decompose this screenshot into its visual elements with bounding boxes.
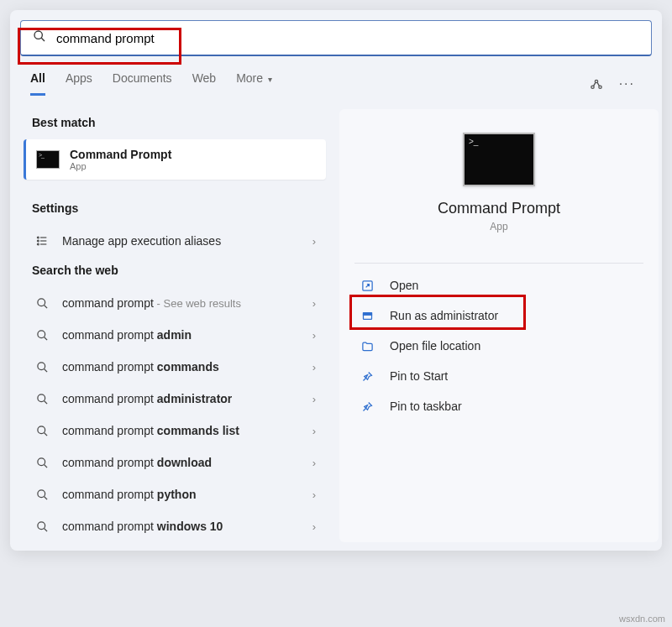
web-result-item[interactable]: command prompt python› bbox=[24, 478, 326, 510]
tab-apps[interactable]: Apps bbox=[66, 71, 92, 96]
svg-point-17 bbox=[37, 394, 45, 401]
action-pin-taskbar[interactable]: Pin to taskbar bbox=[354, 391, 643, 421]
action-open-location-label: Open file location bbox=[390, 339, 480, 353]
settings-item[interactable]: Manage app execution aliases › bbox=[24, 225, 326, 257]
action-pin-start-label: Pin to Start bbox=[390, 369, 448, 383]
web-result-label: command prompt administrator bbox=[62, 392, 312, 405]
watermark: wsxdn.com bbox=[619, 614, 665, 624]
action-pin-taskbar-label: Pin to taskbar bbox=[390, 400, 462, 413]
svg-point-7 bbox=[37, 240, 39, 242]
tab-more[interactable]: More ▾ bbox=[236, 71, 272, 96]
settings-item-label: Manage app execution aliases bbox=[62, 234, 312, 248]
svg-line-24 bbox=[44, 496, 46, 499]
search-window: All Apps Documents Web More ▾ ··· Best m… bbox=[10, 10, 662, 551]
pin-icon bbox=[361, 400, 376, 413]
content-area: Best match Command Prompt App Settings M… bbox=[10, 96, 662, 551]
best-match-result[interactable]: Command Prompt App bbox=[24, 139, 326, 180]
search-icon bbox=[34, 520, 50, 533]
svg-line-1 bbox=[41, 38, 45, 41]
svg-line-18 bbox=[44, 400, 46, 403]
search-bar[interactable] bbox=[20, 20, 652, 56]
shield-admin-icon bbox=[361, 310, 376, 322]
web-result-label: command prompt commands list bbox=[62, 424, 312, 437]
svg-point-23 bbox=[37, 489, 45, 497]
preview-panel: Command Prompt App Open Run as administr… bbox=[339, 109, 659, 542]
svg-line-16 bbox=[44, 368, 46, 371]
web-result-item[interactable]: command prompt admin› bbox=[24, 319, 326, 351]
search-icon bbox=[34, 361, 50, 374]
search-input[interactable] bbox=[56, 31, 639, 45]
search-bar-container bbox=[10, 20, 662, 56]
web-result-item[interactable]: command prompt commands list› bbox=[24, 415, 326, 447]
svg-line-20 bbox=[44, 432, 46, 435]
folder-icon bbox=[361, 340, 376, 353]
list-settings-icon bbox=[34, 234, 50, 248]
web-results-list: command prompt - See web results›command… bbox=[24, 287, 326, 542]
web-result-item[interactable]: command prompt download› bbox=[24, 447, 326, 478]
chevron-right-icon: › bbox=[312, 235, 316, 248]
svg-point-25 bbox=[37, 521, 45, 529]
search-icon bbox=[33, 29, 46, 46]
svg-point-0 bbox=[34, 31, 42, 39]
action-open-location[interactable]: Open file location bbox=[354, 331, 643, 361]
results-panel: Best match Command Prompt App Settings M… bbox=[24, 109, 326, 542]
web-result-label: command prompt commands bbox=[62, 360, 312, 374]
svg-point-3 bbox=[595, 80, 597, 82]
settings-heading: Settings bbox=[24, 195, 326, 225]
web-result-label: command prompt admin bbox=[62, 328, 312, 342]
web-result-item[interactable]: command prompt commands› bbox=[24, 351, 326, 383]
chevron-right-icon: › bbox=[312, 393, 316, 405]
web-result-label: command prompt - See web results bbox=[62, 296, 312, 310]
svg-line-14 bbox=[44, 337, 46, 339]
chevron-right-icon: › bbox=[312, 329, 316, 342]
best-match-subtitle: App bbox=[70, 161, 171, 171]
svg-line-22 bbox=[44, 464, 46, 467]
chevron-right-icon: › bbox=[312, 457, 316, 469]
svg-point-9 bbox=[37, 243, 39, 245]
svg-point-4 bbox=[599, 86, 601, 88]
chevron-right-icon: › bbox=[312, 361, 316, 374]
search-icon bbox=[34, 457, 50, 469]
best-match-title: Command Prompt bbox=[70, 148, 171, 161]
chevron-right-icon: › bbox=[312, 489, 316, 501]
search-icon bbox=[34, 489, 50, 501]
action-run-admin[interactable]: Run as administrator bbox=[354, 300, 643, 331]
svg-line-26 bbox=[44, 528, 46, 530]
svg-rect-29 bbox=[364, 312, 372, 315]
chevron-right-icon: › bbox=[312, 520, 316, 533]
web-result-label: command prompt download bbox=[62, 456, 312, 469]
web-result-item[interactable]: command prompt administrator› bbox=[24, 383, 326, 415]
web-result-item[interactable]: command prompt - See web results› bbox=[24, 287, 326, 319]
search-icon bbox=[34, 329, 50, 342]
preview-title: Command Prompt bbox=[438, 200, 560, 217]
chevron-right-icon: › bbox=[312, 297, 316, 310]
divider bbox=[354, 263, 643, 264]
more-menu-icon[interactable]: ··· bbox=[619, 76, 635, 91]
svg-point-13 bbox=[37, 330, 45, 337]
action-open[interactable]: Open bbox=[354, 270, 643, 300]
action-open-label: Open bbox=[390, 279, 418, 292]
chevron-right-icon: › bbox=[312, 425, 316, 437]
web-result-item[interactable]: command prompt windows 10› bbox=[24, 510, 326, 542]
filter-tabs: All Apps Documents Web More ▾ ··· bbox=[10, 56, 662, 96]
web-result-label: command prompt windows 10 bbox=[62, 520, 312, 533]
svg-point-2 bbox=[591, 86, 594, 88]
tab-all[interactable]: All bbox=[30, 71, 45, 96]
open-icon bbox=[361, 280, 376, 292]
search-icon bbox=[34, 297, 50, 310]
svg-point-21 bbox=[37, 457, 45, 465]
search-web-heading: Search the web bbox=[24, 257, 326, 287]
tab-web[interactable]: Web bbox=[192, 71, 217, 96]
preview-app-icon bbox=[463, 133, 535, 186]
svg-point-11 bbox=[37, 298, 45, 306]
svg-line-12 bbox=[44, 305, 46, 307]
search-icon bbox=[34, 393, 50, 405]
tab-documents[interactable]: Documents bbox=[113, 71, 172, 96]
chevron-down-icon: ▾ bbox=[268, 75, 272, 84]
cmd-icon bbox=[36, 150, 60, 169]
svg-point-19 bbox=[37, 426, 45, 433]
pin-icon bbox=[361, 370, 376, 383]
action-pin-start[interactable]: Pin to Start bbox=[354, 361, 643, 391]
svg-point-15 bbox=[37, 362, 45, 369]
flow-icon[interactable] bbox=[589, 76, 604, 91]
